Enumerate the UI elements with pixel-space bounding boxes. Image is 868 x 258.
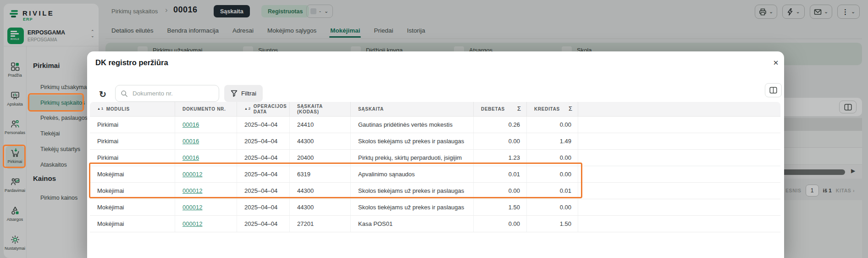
highlight-box-menu-pirkimu-saskaitos [28, 93, 84, 112]
cell-debit: 0.00 [474, 133, 527, 149]
cell-document-link[interactable]: 00016 [175, 133, 237, 149]
cell-account-code: 44300 [290, 199, 351, 215]
dk-register-modal: DK registro peržiūra ✕ ↻ Filtrai ▲1MODUL… [87, 51, 784, 258]
sum-sigma-icon[interactable]: Σ [569, 106, 572, 112]
cell-account-name: Kasa POS01 [351, 216, 474, 232]
cell-empty [578, 199, 780, 215]
table-row: Mokėjimai0000122025–04–0444300Skolos tie… [90, 199, 780, 216]
cell-account-code: 44300 [290, 133, 351, 149]
cell-credit: 1.49 [527, 133, 578, 149]
document-link[interactable]: 000012 [182, 204, 202, 211]
cell-module: Mokėjimai [90, 199, 175, 215]
cell-date: 2025–04–04 [237, 117, 290, 133]
table-row: Pirkimai000162025–04–0424410Gautinas pri… [90, 117, 780, 133]
cell-credit: 0.00 [527, 117, 578, 133]
column-header-dokumento-nr-[interactable]: DOKUMENTO NR. [175, 102, 237, 116]
search-input[interactable] [132, 90, 214, 97]
cell-date: 2025–04–04 [237, 199, 290, 215]
cell-credit: 1.50 [527, 216, 578, 232]
cell-account-name: Gautinas pridėtinės vertės mokestis [351, 117, 474, 133]
cell-document-link[interactable]: 000012 [175, 199, 237, 215]
document-link[interactable]: 000012 [182, 220, 202, 227]
table-row: Mokėjimai0000122025–04–0427201Kasa POS01… [90, 216, 780, 232]
cell-empty [578, 216, 780, 232]
cell-empty [578, 166, 780, 182]
cell-document-link[interactable]: 000012 [175, 216, 237, 232]
column-header-operacijos-data[interactable]: ▲2OPERACIJOS DATA [237, 102, 290, 116]
cell-date: 2025–04–04 [237, 133, 290, 149]
table-row: Pirkimai000162025–04–0444300Skolos tiekė… [90, 133, 780, 150]
table-header-row: ▲1MODULISDOKUMENTO NR.▲2OPERACIJOS DATAS… [90, 102, 780, 117]
cell-account-name: Skolos tiekėjams už prekes ir paslaugas [351, 199, 474, 215]
column-header-sąskaita-kodas-[interactable]: SĄSKAITA (KODAS) [290, 102, 351, 116]
column-label: MODULIS [106, 107, 130, 112]
cell-empty [578, 133, 780, 149]
document-link[interactable]: 00016 [182, 138, 199, 145]
funnel-icon [231, 90, 238, 97]
column-label: SĄSKAITA [358, 107, 384, 112]
highlight-box-table-rows [89, 163, 582, 198]
cell-account-name: Skolos tiekėjams už prekes ir paslaugas [351, 133, 474, 149]
column-header-kreditas[interactable]: KREDITASΣ [527, 102, 578, 116]
cell-document-link[interactable]: 00016 [175, 117, 237, 133]
column-label: DOKUMENTO NR. [182, 107, 226, 112]
cell-credit: 0.00 [527, 199, 578, 215]
document-link[interactable]: 00016 [182, 154, 199, 161]
sort-icon: ▲2 [244, 107, 251, 111]
column-label: SĄSKAITA (KODAS) [297, 104, 345, 114]
cell-module: Pirkimai [90, 117, 175, 133]
search-box [115, 85, 219, 102]
sort-icon: ▲1 [97, 107, 104, 111]
refresh-icon[interactable]: ↻ [97, 88, 109, 100]
cell-debit: 0.00 [474, 216, 527, 232]
modal-title: DK registro peržiūra [95, 58, 168, 67]
cell-empty [578, 183, 780, 199]
cell-empty [578, 150, 780, 166]
filter-button[interactable]: Filtrai [224, 85, 263, 102]
highlight-box-rail-pirkimai [3, 145, 26, 168]
filter-button-label: Filtrai [241, 90, 256, 97]
column-header-sąskaita[interactable]: SĄSKAITA [351, 102, 474, 116]
cell-debit: 1.50 [474, 199, 527, 215]
column-label: KREDITAS [534, 107, 560, 112]
search-icon [121, 90, 128, 97]
column-header-debetas[interactable]: DEBETASΣ [474, 102, 527, 116]
cell-date: 2025–04–04 [237, 216, 290, 232]
app-screenshot: Pirkimų sąskaitos › 00016 Sąskaita Regis… [0, 0, 868, 258]
column-label: DEBETAS [481, 107, 505, 112]
column-label: OPERACIJOS DATA [254, 104, 287, 114]
cell-account-code: 24410 [290, 117, 351, 133]
columns-toggle-button[interactable] [765, 83, 782, 97]
column-header-empty[interactable] [578, 102, 780, 116]
sum-sigma-icon[interactable]: Σ [517, 106, 521, 112]
cell-empty [578, 117, 780, 133]
cell-debit: 0.26 [474, 117, 527, 133]
close-icon[interactable]: ✕ [769, 56, 782, 69]
cell-account-code: 27201 [290, 216, 351, 232]
cell-module: Mokėjimai [90, 216, 175, 232]
column-header-modulis[interactable]: ▲1MODULIS [90, 102, 175, 116]
cell-module: Pirkimai [90, 133, 175, 149]
document-link[interactable]: 00016 [182, 121, 199, 128]
